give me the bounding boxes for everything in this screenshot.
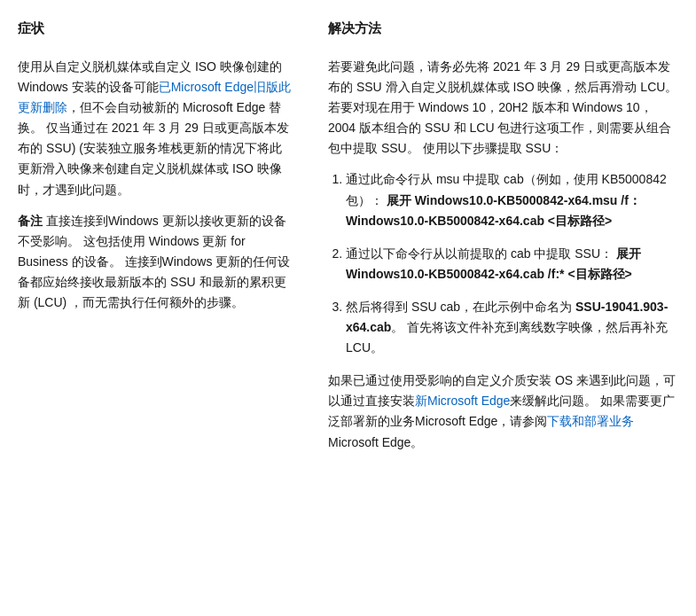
download-edge-link[interactable]: 下载和部署业务 (547, 414, 634, 428)
footer-end: Microsoft Edge。 (328, 435, 423, 449)
step3-before: 然后将得到 SSU cab，在此示例中命名为 (346, 300, 575, 314)
left-header: 症状 (18, 18, 293, 43)
note-paragraph: 备注 直接连接到Windows 更新以接收更新的设备不受影响。 这包括使用 Wi… (18, 211, 293, 313)
step-3: 然后将得到 SSU cab，在此示例中命名为 SSU-19041.903-x64… (346, 297, 678, 358)
right-footer: 如果已通过使用受影响的自定义介质安装 OS 来遇到此问题，可以通过直接安装新Mi… (328, 370, 678, 452)
right-intro: 若要避免此问题，请务必先将 2021 年 3 月 29 日或更高版本发布的 SS… (328, 57, 678, 159)
right-column: 解决方法 若要避免此问题，请务必先将 2021 年 3 月 29 日或更高版本发… (319, 18, 678, 464)
steps-list: 通过此命令行从 msu 中提取 cab（例如，使用 KB5000842 包）： … (346, 169, 678, 358)
left-para1: 使用从自定义脱机媒体或自定义 ISO 映像创建的 Windows 安装的设备可能… (18, 57, 293, 200)
note-text: 直接连接到Windows 更新以接收更新的设备不受影响。 这包括使用 Windo… (18, 214, 290, 309)
step2-before: 通过以下命令行从以前提取的 cab 中提取 SSU： (346, 246, 613, 261)
right-header: 解决方法 (328, 18, 678, 43)
note-label: 备注 (18, 214, 43, 228)
left-para1-after: ，但不会自动被新的 Microsoft Edge 替换。 仅当通过在 2021 … (18, 100, 289, 196)
step-2: 通过以下命令行从以前提取的 cab 中提取 SSU： 展开 Windows10.… (346, 244, 678, 285)
step3-after: 。 首先将该文件补充到离线数字映像，然后再补充 LCU。 (346, 320, 668, 355)
step-1: 通过此命令行从 msu 中提取 cab（例如，使用 KB5000842 包）： … (346, 169, 678, 230)
new-edge-link[interactable]: 新Microsoft Edge (415, 394, 510, 408)
left-column: 症状 使用从自定义脱机媒体或自定义 ISO 映像创建的 Windows 安装的设… (18, 18, 319, 464)
step1-bold: 展开 Windows10.0-KB5000842-x64.msu /f：Wind… (346, 193, 641, 228)
